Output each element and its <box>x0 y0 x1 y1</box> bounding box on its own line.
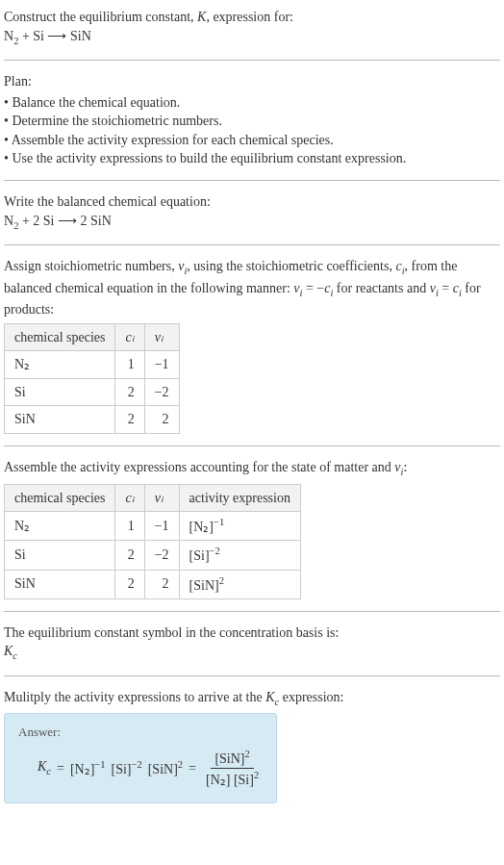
col-nu: νᵢ <box>144 323 179 351</box>
cell-c: 2 <box>115 570 144 598</box>
eq-plus: + Si <box>18 29 47 43</box>
cell-species: SiN <box>5 570 115 598</box>
intro-pre: Construct the equilibrium constant, <box>4 10 197 24</box>
cell-activity: [Si]−2 <box>179 541 300 570</box>
arrow-icon: ⟶ <box>58 214 77 228</box>
table-header-row: chemical species cᵢ νᵢ <box>5 323 180 351</box>
kc-symbol: Kc <box>4 642 500 663</box>
intro-section: Construct the equilibrium constant, K, e… <box>4 8 500 61</box>
plan-item: Balance the chemical equation. <box>4 93 500 113</box>
table-header-row: chemical species cᵢ νᵢ activity expressi… <box>5 484 301 512</box>
intro-post: , expression for: <box>206 10 293 24</box>
col-species: chemical species <box>5 484 115 512</box>
cell-nu: −1 <box>144 512 179 541</box>
multiply-text: Mulitply the activity expressions to arr… <box>4 688 500 709</box>
answer-label: Answer: <box>18 724 263 741</box>
fraction: [SiN]2 [N₂] [Si]2 <box>202 748 263 790</box>
cell-c: 1 <box>115 351 144 379</box>
eq-lhs: N <box>4 29 13 43</box>
cell-species: N₂ <box>5 351 115 379</box>
col-c: cᵢ <box>115 323 144 351</box>
fraction-numerator: [SiN]2 <box>211 748 253 769</box>
plan-heading: Plan: <box>4 72 500 91</box>
bal-lhs: N <box>4 214 13 228</box>
cell-nu: 2 <box>144 406 179 434</box>
activity-table: chemical species cᵢ νᵢ activity expressi… <box>4 484 301 599</box>
plan-list: Balance the chemical equation. Determine… <box>4 93 500 168</box>
arrow-icon: ⟶ <box>47 29 66 43</box>
col-species: chemical species <box>5 323 115 351</box>
cell-nu: 2 <box>144 570 179 598</box>
table-row: Si 2 −2 <box>5 378 180 406</box>
kc-symbol-text: The equilibrium constant symbol in the c… <box>4 623 500 643</box>
eq-rhs: SiN <box>66 29 90 43</box>
cell-c: 2 <box>115 406 144 434</box>
intro-K: K <box>197 10 206 24</box>
unbalanced-equation: N2 + Si ⟶ SiN <box>4 27 500 48</box>
col-activity: activity expression <box>179 484 300 512</box>
cell-c: 2 <box>115 541 144 570</box>
table-row: SiN 2 2 <box>5 406 180 434</box>
plan-item: Use the activity expressions to build th… <box>4 149 500 168</box>
answer-box: Answer: Kc = [N₂]−1 [Si]−2 [SiN]2 = [SiN… <box>4 713 277 803</box>
balanced-heading: Write the balanced chemical equation: <box>4 192 500 212</box>
kc-expression: Kc = [N₂]−1 [Si]−2 [SiN]2 = [SiN]2 [N₂] … <box>38 748 263 790</box>
intro-text: Construct the equilibrium constant, K, e… <box>4 8 500 27</box>
cell-species: N₂ <box>5 512 115 541</box>
stoich-table: chemical species cᵢ νᵢ N₂ 1 −1 Si 2 −2 S… <box>4 323 180 434</box>
activity-text: Assemble the activity expressions accoun… <box>4 458 500 479</box>
balanced-section: Write the balanced chemical equation: N2… <box>4 192 500 245</box>
cell-species: Si <box>5 378 115 406</box>
col-nu: νᵢ <box>144 484 179 512</box>
kc-symbol-section: The equilibrium constant symbol in the c… <box>4 623 500 676</box>
table-row: SiN 2 2 [SiN]2 <box>5 570 301 598</box>
cell-c: 2 <box>115 378 144 406</box>
cell-nu: −2 <box>144 378 179 406</box>
bal-plus: + 2 Si <box>18 214 58 228</box>
cell-activity: [SiN]2 <box>179 570 300 598</box>
stoich-section: Assign stoichiometric numbers, νi, using… <box>4 257 500 446</box>
cell-c: 1 <box>115 512 144 541</box>
table-row: Si 2 −2 [Si]−2 <box>5 541 301 570</box>
plan-item: Assemble the activity expression for eac… <box>4 131 500 150</box>
answer-section: Mulitply the activity expressions to arr… <box>4 688 500 815</box>
cell-activity: [N₂]−1 <box>179 512 300 541</box>
balanced-equation: N2 + 2 Si ⟶ 2 SiN <box>4 212 500 233</box>
bal-rhs: 2 SiN <box>77 214 112 228</box>
cell-nu: −2 <box>144 541 179 570</box>
table-row: N₂ 1 −1 [N₂]−1 <box>5 512 301 541</box>
stoich-text: Assign stoichiometric numbers, νi, using… <box>4 257 500 319</box>
cell-nu: −1 <box>144 351 179 379</box>
fraction-denominator: [N₂] [Si]2 <box>202 769 263 789</box>
col-c: cᵢ <box>115 484 144 512</box>
plan-item: Determine the stoichiometric numbers. <box>4 112 500 131</box>
cell-species: Si <box>5 541 115 570</box>
activity-section: Assemble the activity expressions accoun… <box>4 458 500 612</box>
cell-species: SiN <box>5 406 115 434</box>
plan-section: Plan: Balance the chemical equation. Det… <box>4 72 500 181</box>
table-row: N₂ 1 −1 <box>5 351 180 379</box>
